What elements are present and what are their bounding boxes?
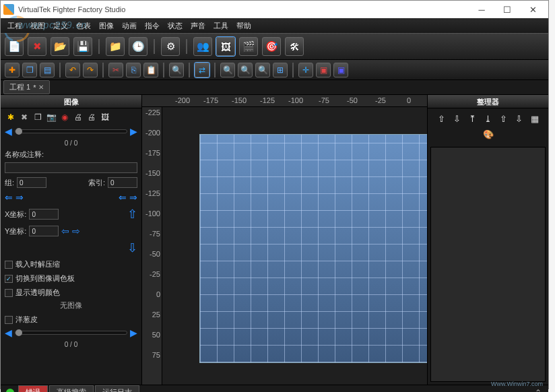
layer2-icon[interactable]: ▣ xyxy=(333,63,348,77)
zoom-fit-icon[interactable]: 🔍 xyxy=(169,63,184,77)
right-panel-header: 整理器 xyxy=(428,95,548,108)
panel-collapse-icon[interactable]: ⌃ xyxy=(531,388,546,393)
print-icon[interactable]: 🖨 xyxy=(72,111,84,123)
new-sprite-icon[interactable]: ✚ xyxy=(5,63,20,77)
move-down-icon[interactable]: ⇩ xyxy=(127,240,137,255)
menu-item[interactable]: 色表 xyxy=(73,20,94,32)
menu-item[interactable]: 视图 xyxy=(28,20,48,32)
menu-item[interactable]: 指令 xyxy=(142,20,162,32)
folder-time-icon[interactable]: 📁 xyxy=(106,37,125,56)
menu-item[interactable]: 图像 xyxy=(96,20,117,32)
canvas[interactable] xyxy=(162,107,427,385)
name-input[interactable] xyxy=(5,162,137,173)
menu-item[interactable]: 定义 xyxy=(51,20,71,32)
target-icon[interactable]: 🎯 xyxy=(262,37,281,56)
crop-icon[interactable]: ⊞ xyxy=(273,63,288,77)
y-input[interactable] xyxy=(29,226,59,236)
image-slider[interactable] xyxy=(15,129,127,133)
delete-icon[interactable]: ✖ xyxy=(28,37,46,56)
bottom-icon[interactable]: ⤓ xyxy=(482,112,494,125)
menu-item[interactable]: 帮助 xyxy=(234,20,254,32)
move-up-icon[interactable]: ⇧ xyxy=(127,207,137,222)
undo-icon[interactable]: ↶ xyxy=(65,63,80,77)
minimize-button[interactable]: ─ xyxy=(469,1,494,18)
zoom-in-icon[interactable]: 🔍 xyxy=(255,63,270,77)
onion-checkbox[interactable] xyxy=(5,316,13,324)
cam-icon[interactable]: 📷 xyxy=(45,111,57,123)
rec-icon[interactable]: ◉ xyxy=(59,111,71,123)
document-tab[interactable]: 工程 1 * ✕ xyxy=(3,80,50,94)
palette-icon[interactable]: 🎨 xyxy=(482,128,494,140)
redo-icon[interactable]: ↷ xyxy=(83,63,98,77)
settings-icon[interactable]: ⚙ xyxy=(161,37,180,56)
x-label: X坐标: xyxy=(5,209,26,220)
zoom-out-icon[interactable]: 🔍 xyxy=(220,63,235,77)
menu-item[interactable]: 状态 xyxy=(165,20,185,32)
menu-item[interactable]: 声音 xyxy=(188,20,208,32)
tab-error[interactable]: 错误 xyxy=(18,385,48,392)
down-icon[interactable]: ⇩ xyxy=(451,112,463,125)
paste-icon[interactable]: ▤ xyxy=(40,63,55,77)
next-image-button[interactable]: ▶ xyxy=(130,126,137,137)
onion-prev-button[interactable]: ◀ xyxy=(5,327,12,338)
onion-slider[interactable] xyxy=(15,331,127,335)
window-title: VirtualTek Fighter Factory Studio xyxy=(18,5,469,13)
zoom-reset-icon[interactable]: 🔍 xyxy=(238,63,253,77)
save-time-icon[interactable]: 🕒 xyxy=(129,37,148,56)
app-logo-icon xyxy=(3,4,14,15)
layer1-icon[interactable]: ▣ xyxy=(316,63,331,77)
index-input[interactable] xyxy=(108,177,137,188)
group-prev-icon[interactable]: ⇐ xyxy=(5,192,13,203)
menu-item[interactable]: 动画 xyxy=(119,20,139,32)
tab-label: 工程 1 xyxy=(9,82,30,92)
prev-image-button[interactable]: ◀ xyxy=(5,126,12,137)
cut-icon[interactable]: ✂ xyxy=(108,63,123,77)
decompress-checkbox[interactable] xyxy=(5,261,13,269)
up-icon[interactable]: ⇧ xyxy=(436,112,448,125)
tab-close-icon[interactable]: ✕ xyxy=(38,84,44,91)
tab-advanced-search[interactable]: 高级搜索 xyxy=(49,385,94,392)
index-prev-icon[interactable]: ⇐ xyxy=(119,192,127,203)
menu-item[interactable]: 工具 xyxy=(211,20,231,32)
decompress-label: 载入时解压缩 xyxy=(15,259,60,269)
group-label: 组: xyxy=(5,178,14,188)
move-right-icon[interactable]: ⇨ xyxy=(72,226,80,236)
title-bar: VirtualTek Fighter Factory Studio ─ ☐ ✕ xyxy=(1,1,548,18)
copy-small-icon[interactable]: ❐ xyxy=(32,111,44,123)
users-icon[interactable]: 👥 xyxy=(193,37,212,56)
swap-icon[interactable]: ⇄ xyxy=(195,63,209,77)
maximize-button[interactable]: ☐ xyxy=(494,1,520,18)
delete-small-icon[interactable]: ✖ xyxy=(18,111,30,123)
copy-icon[interactable]: ⎘ xyxy=(126,63,141,77)
image-icon[interactable]: 🖼 xyxy=(216,37,235,56)
menu-item[interactable]: 工程 xyxy=(5,20,25,32)
onion-label: 洋葱皮 xyxy=(15,315,38,325)
top-icon[interactable]: ⤒ xyxy=(467,112,479,125)
picture-icon[interactable]: 🖼 xyxy=(99,111,111,123)
palette-checkbox[interactable]: ✓ xyxy=(5,275,13,283)
close-button[interactable]: ✕ xyxy=(520,1,546,18)
index-next-icon[interactable]: ⇒ xyxy=(129,192,137,203)
add-icon[interactable]: ✱ xyxy=(5,111,17,123)
group-input[interactable] xyxy=(17,177,46,188)
transparent-checkbox[interactable] xyxy=(5,289,13,297)
up2-icon[interactable]: ⇧ xyxy=(498,112,510,125)
dup-icon[interactable]: ❐ xyxy=(22,63,37,77)
image-count: 0 / 0 xyxy=(5,139,137,147)
sort-icon[interactable]: ▦ xyxy=(529,112,541,125)
new-file-icon[interactable]: 📄 xyxy=(5,37,24,56)
tools-icon[interactable]: 🛠 xyxy=(285,37,304,56)
x-input[interactable] xyxy=(29,209,59,220)
film-icon[interactable]: 🎬 xyxy=(239,37,258,56)
print2-icon[interactable]: 🖨 xyxy=(86,111,98,123)
crosshair-icon[interactable]: ✛ xyxy=(298,63,313,77)
move-left-icon[interactable]: ⇦ xyxy=(61,226,69,236)
clipboard-icon[interactable]: 📋 xyxy=(143,63,158,77)
save-icon[interactable]: 💾 xyxy=(73,37,92,56)
open-icon[interactable]: 📂 xyxy=(51,37,69,56)
onion-next-button[interactable]: ▶ xyxy=(130,327,137,338)
tab-modified-icon: * xyxy=(33,84,36,92)
down2-icon[interactable]: ⇩ xyxy=(513,112,525,125)
tab-run-log[interactable]: 运行日志 xyxy=(95,385,139,392)
group-next-icon[interactable]: ⇒ xyxy=(15,192,24,203)
